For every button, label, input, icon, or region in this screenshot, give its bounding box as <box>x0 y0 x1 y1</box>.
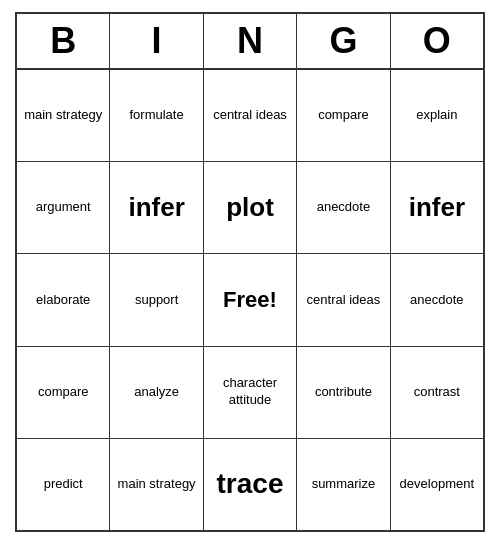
bingo-cell: development <box>391 439 483 530</box>
bingo-cell: anecdote <box>297 162 390 253</box>
bingo-cell: contrast <box>391 347 483 438</box>
bingo-cell: main strategy <box>110 439 203 530</box>
bingo-row: predictmain strategytracesummarizedevelo… <box>17 439 483 530</box>
bingo-cell: infer <box>110 162 203 253</box>
bingo-cell: anecdote <box>391 254 483 345</box>
bingo-cell: explain <box>391 70 483 161</box>
header-letter: N <box>204 14 297 68</box>
bingo-cell: analyze <box>110 347 203 438</box>
bingo-row: argumentinferplotanecdoteinfer <box>17 162 483 254</box>
header-letter: I <box>110 14 203 68</box>
bingo-cell: elaborate <box>17 254 110 345</box>
header-letter: O <box>391 14 483 68</box>
bingo-cell: support <box>110 254 203 345</box>
bingo-cell: contribute <box>297 347 390 438</box>
bingo-row: main strategyformulatecentral ideascompa… <box>17 70 483 162</box>
bingo-cell: trace <box>204 439 297 530</box>
bingo-cell: Free! <box>204 254 297 345</box>
bingo-cell: main strategy <box>17 70 110 161</box>
bingo-row: elaboratesupportFree!central ideasanecdo… <box>17 254 483 346</box>
bingo-cell: compare <box>17 347 110 438</box>
header-letter: G <box>297 14 390 68</box>
bingo-cell: formulate <box>110 70 203 161</box>
bingo-cell: central ideas <box>204 70 297 161</box>
bingo-card: BINGO main strategyformulatecentral idea… <box>15 12 485 532</box>
bingo-grid: main strategyformulatecentral ideascompa… <box>17 70 483 530</box>
bingo-row: compareanalyzecharacter attitudecontribu… <box>17 347 483 439</box>
bingo-cell: predict <box>17 439 110 530</box>
bingo-cell: argument <box>17 162 110 253</box>
bingo-cell: infer <box>391 162 483 253</box>
bingo-cell: character attitude <box>204 347 297 438</box>
bingo-cell: central ideas <box>297 254 390 345</box>
bingo-cell: compare <box>297 70 390 161</box>
header-letter: B <box>17 14 110 68</box>
bingo-header: BINGO <box>17 14 483 70</box>
bingo-cell: summarize <box>297 439 390 530</box>
bingo-cell: plot <box>204 162 297 253</box>
